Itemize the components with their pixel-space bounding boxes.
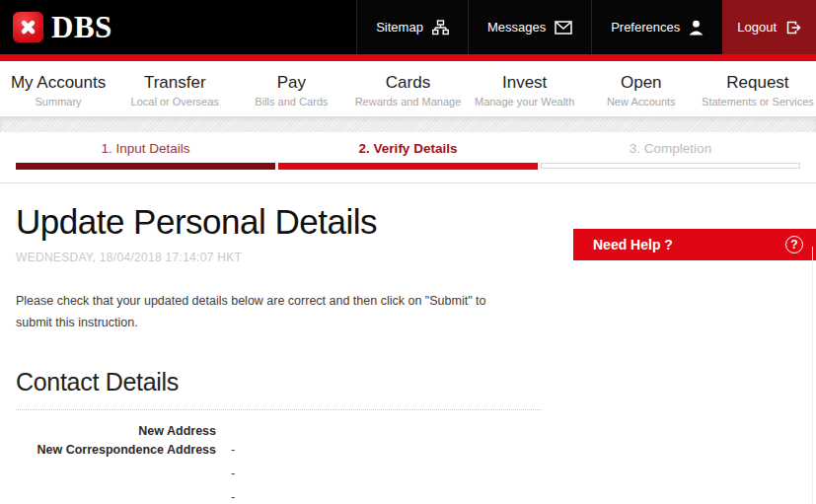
nav-item-label: Open (621, 73, 662, 93)
preferences-link-label: Preferences (611, 20, 680, 35)
logout-button[interactable]: Logout (722, 0, 816, 54)
step-label: 3. Completion (541, 139, 800, 163)
step-progress-bar (16, 163, 275, 170)
need-help-button[interactable]: Need Help ? ? (573, 229, 816, 260)
messages-link[interactable]: Messages (468, 0, 591, 54)
step-label: 2. Verify Details (278, 139, 538, 163)
nav-item-label: Cards (386, 73, 430, 93)
messages-link-label: Messages (487, 20, 546, 35)
detail-label: New Address (16, 424, 216, 439)
detail-label: New Correspondence Address (16, 443, 216, 458)
detail-row-new-address: New Address (16, 424, 800, 439)
envelope-icon (555, 21, 572, 35)
nav-item-sublabel: Local or Overseas (131, 96, 219, 108)
section-title-contact-details: Contact Details (16, 368, 800, 396)
contact-details-rows: New Address New Correspondence Address -… (16, 424, 800, 504)
detail-value: - (231, 443, 235, 458)
preferences-link[interactable]: Preferences (591, 0, 722, 54)
nav-item-label: My Accounts (11, 73, 106, 93)
user-icon (689, 20, 704, 36)
topbar-links: Sitemap Messages Preferences (356, 0, 816, 54)
nav-item-my-accounts[interactable]: My Accounts Summary (0, 61, 116, 116)
nav-item-open[interactable]: Open New Accounts (583, 61, 700, 116)
nav-item-label: Pay (277, 73, 306, 93)
step-progress-bar (541, 163, 800, 169)
top-bar: DBS Sitemap Messages Preferences (0, 0, 816, 54)
nav-item-sublabel: New Accounts (607, 96, 676, 108)
nav-item-sublabel: Rewards and Manage (355, 96, 462, 108)
logout-button-label: Logout (737, 20, 777, 35)
step-input-details[interactable]: 1. Input Details (16, 139, 275, 170)
nav-item-transfer[interactable]: Transfer Local or Overseas (116, 61, 233, 116)
detail-row-new-correspondence-address: New Correspondence Address - (16, 443, 800, 458)
texture-divider-band (0, 116, 816, 132)
step-completion: 3. Completion (541, 139, 800, 170)
nav-item-label: Transfer (144, 73, 206, 93)
sitemap-icon (432, 20, 449, 36)
detail-value: - (231, 490, 235, 504)
detail-value: - (231, 467, 235, 481)
nav-item-cards[interactable]: Cards Rewards and Manage (349, 61, 466, 116)
sitemap-link-label: Sitemap (376, 20, 423, 35)
nav-item-invest[interactable]: Invest Manage your Wealth (467, 61, 583, 116)
step-progress-bar (278, 163, 538, 170)
dbs-logo-text: DBS (51, 12, 112, 42)
detail-label (16, 467, 216, 481)
detail-label (16, 490, 216, 504)
step-label: 1. Input Details (16, 139, 275, 163)
nav-item-sublabel: Statements or Services (702, 96, 814, 108)
nav-item-sublabel: Bills and Cards (255, 96, 328, 108)
question-circle-icon: ? (785, 236, 803, 253)
logout-icon (785, 20, 801, 36)
brand-red-stripe (0, 54, 816, 61)
nav-item-sublabel: Summary (36, 96, 82, 108)
nav-item-pay[interactable]: Pay Bills and Cards (233, 61, 349, 116)
progress-steps: 1. Input Details 2. Verify Details 3. Co… (0, 132, 816, 170)
need-help-label: Need Help ? (593, 237, 673, 252)
section-dotted-divider (16, 409, 542, 410)
step-verify-details[interactable]: 2. Verify Details (278, 139, 538, 170)
page-edge-line (812, 247, 813, 504)
detail-row: - (16, 490, 800, 504)
instruction-text: Please check that your updated details b… (16, 291, 517, 334)
dbs-logo[interactable]: DBS (0, 0, 112, 54)
dbs-logo-icon (13, 12, 43, 42)
nav-item-request[interactable]: Request Statements or Services (700, 61, 816, 116)
steps-divider-line (0, 182, 816, 183)
sitemap-link[interactable]: Sitemap (356, 0, 468, 54)
nav-item-sublabel: Manage your Wealth (475, 96, 574, 108)
detail-row: - (16, 467, 800, 481)
nav-item-label: Request (726, 73, 788, 93)
main-content: Need Help ? ? Update Personal Details WE… (0, 202, 816, 504)
primary-navigation: My Accounts Summary Transfer Local or Ov… (0, 61, 816, 116)
nav-item-label: Invest (502, 73, 547, 93)
